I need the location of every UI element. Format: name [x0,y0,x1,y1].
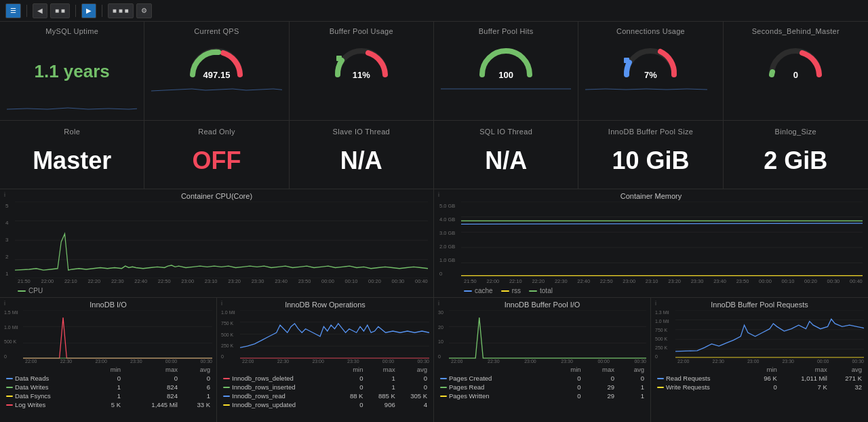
dot-data-writes [6,387,13,388]
dot-rows-inserted [223,387,230,388]
metric-value-sql-io: N/A [485,147,527,175]
innodb-io-x-axis: 22:0022:3023:0023:3000:0000:30 [25,359,212,364]
metrics-row2: Role Master Read Only OFF Slave IO Threa… [0,121,868,189]
metrics-top-row: MySQL Uptime 1.1 years Current QPS 497.1… [0,22,868,121]
table-row: Log Writes 5 K 1,445 Mil 33 K [4,400,212,409]
metric-current-qps: Current QPS 497.15 [144,22,289,120]
cpu-chart-svg [15,202,428,278]
bp-hits-sparkline [441,83,571,95]
legend-label-cpu: CPU [28,287,43,294]
metric-title-innodb-pool: InnoDB Buffer Pool Size [608,128,693,136]
chart-innodb-pool-req-title: InnoDB Buffer Pool Requests [655,301,864,309]
conn-sparkline [585,83,715,95]
chart-innodb-io: i InnoDB I/O 1.5 Mil1.0 Mil500 K0 [0,298,217,422]
metric-mysql-uptime: MySQL Uptime 1.1 years [0,22,144,120]
innodb-row-table: min max avg Innodb_rows_deleted 0 1 0 In… [221,365,429,409]
metric-slave-io: Slave IO Thread N/A [290,121,434,189]
nav-btn-back[interactable]: ◀ [33,3,47,18]
metric-title-slave-io: Slave IO Thread [333,128,390,136]
metric-read-only: Read Only OFF [144,121,289,189]
top-nav: ☰ ◀ ■ ■ ▶ ■ ■ ■ ⚙ [0,0,868,22]
legend-dot-total [529,290,537,292]
table-row: Pages Created 0 0 0 [438,374,646,383]
innodb-row-y-axis: 1.0 Mil750 K500 K250 K0 [221,310,240,359]
memory-corner-icon: i [438,191,439,198]
cpu-corner-icon: i [4,191,5,198]
innodb-pool-req-table: min max avg Read Requests 96 K 1,011 Mil… [655,365,864,391]
qps-sparkline [151,83,281,95]
legend-label-total: total [540,287,553,294]
dot-read-req [657,378,664,379]
nav-btn-settings[interactable]: ⚙ [136,3,152,18]
legend-total: total [529,287,553,294]
innodb-pool-io-table: min max avg Pages Created 0 0 0 Pages Re… [438,365,646,400]
legend-dot-cpu [18,290,26,292]
qps-value: 497.15 [203,70,231,80]
table-row: Innodb_rows_updated 0 906 4 [221,400,429,409]
sbm-value: 0 [793,70,798,80]
innodb-io-y-axis: 1.5 Mil1.0 Mil500 K0 [4,310,23,359]
innodb-pool-io-x-axis: 22:0022:3023:0023:3000:0000:30 [451,359,646,364]
nav-btn-home[interactable]: ☰ [5,3,21,18]
metric-role: Role Master [0,121,144,189]
nav-divider-1 [26,5,27,17]
cpu-y-axis: 54321 [5,202,15,278]
metric-title-sql-io: SQL IO Thread [479,128,532,136]
metric-title-qps: Current QPS [194,27,239,35]
metric-sql-io: SQL IO Thread N/A [434,121,578,189]
dot-rows-updated [223,404,230,406]
metric-title-bp-usage: Buffer Pool Usage [330,27,393,35]
table-row: Data Writes 1 824 6 [4,383,212,391]
memory-x-axis: 21:5022:0022:1022:2022:3022:4022:5023:00… [464,278,863,284]
metric-title-binlog: Binlog_Size [775,128,816,136]
chart-innodb-pool-requests: i InnoDB Buffer Pool Requests 1.3 Mil1.0… [651,298,868,422]
chart-cpu-title: Container CPU(Core) [5,192,428,200]
metric-title-readonly: Read Only [198,128,235,136]
nav-btn-grid[interactable]: ■ ■ [50,3,70,18]
legend-cache: cache [464,287,493,294]
table-row: Data Fsyncs 1 824 1 [4,391,212,400]
metric-value-slave-io: N/A [340,147,382,175]
metric-value-role: Master [33,147,111,175]
table-row: Write Requests 0 7 K 32 [655,383,864,391]
nav-btn-active[interactable]: ▶ [81,3,96,18]
uptime-sparkline [7,102,137,115]
innodb-pool-req-svg [675,310,864,359]
dot-log-writes [6,404,13,406]
metric-binlog-size: Binlog_Size 2 GiB [724,121,868,189]
memory-legend: cache rss total [464,286,863,296]
dot-pages-created [440,378,447,379]
dot-pages-read [440,387,447,388]
metric-value-uptime: 1.1 years [35,61,110,82]
metric-title-bp-hits: Buffer Pool Hits [479,27,534,35]
bp-usage-value: 11% [353,70,370,80]
cpu-x-axis: 21:5022:0022:1022:2022:3022:4022:5023:00… [18,278,428,284]
innodb-row-corner: i [221,300,222,307]
nav-divider-2 [75,5,76,17]
legend-label-rss: rss [512,287,521,294]
innodb-io-svg [23,310,212,359]
metric-innodb-pool-size: InnoDB Buffer Pool Size 10 GiB [578,121,723,189]
charts-bottom-row: i InnoDB I/O 1.5 Mil1.0 Mil500 K0 [0,298,868,422]
metric-buffer-pool-hits: Buffer Pool Hits 100 [434,22,578,120]
chart-innodb-pool-io-title: InnoDB Buffer Pool I/O [438,301,646,309]
metric-value-binlog: 2 GiB [764,147,827,175]
legend-dot-cache [464,290,472,292]
legend-cpu: CPU [18,287,43,294]
innodb-pool-io-y-axis: 3020100 [438,310,449,359]
innodb-io-table: min max avg Data Reads 0 0 0 Data Writes… [4,365,212,409]
table-row: Pages Written 0 29 1 [438,391,646,400]
table-row: Pages Read 0 29 1 [438,383,646,391]
svg-rect-1 [336,56,342,61]
metric-title-role: Role [64,128,80,136]
chart-memory-title: Container Memory [439,192,863,200]
innodb-pool-io-corner: i [438,300,439,307]
metric-title-uptime: MySQL Uptime [45,27,98,35]
metric-value-innodb-pool: 10 GiB [612,147,689,175]
innodb-row-svg [240,310,429,359]
nav-btn-panels[interactable]: ■ ■ ■ [108,3,134,18]
chart-innodb-pool-io: i InnoDB Buffer Pool I/O 3020100 22:0022… [434,298,651,422]
metric-title-conn-usage: Connections Usage [616,27,685,35]
memory-chart-svg [461,202,863,278]
legend-rss: rss [501,287,521,294]
